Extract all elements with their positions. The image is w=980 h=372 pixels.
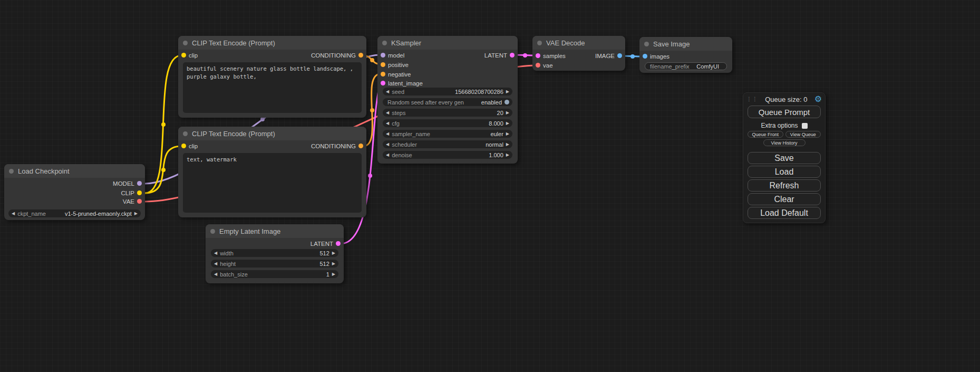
input-port-images[interactable]: images bbox=[643, 53, 669, 60]
conditioning-port-dot[interactable] bbox=[358, 144, 363, 148]
clip-port-dot[interactable] bbox=[137, 190, 142, 195]
increment-arrow-icon[interactable]: ▶ bbox=[506, 153, 509, 157]
settings-gear-icon[interactable]: ⚙ bbox=[814, 95, 822, 103]
collapse-dot-icon[interactable] bbox=[183, 131, 188, 136]
node-header[interactable]: KSampler bbox=[377, 36, 518, 50]
filename-prefix-widget[interactable]: filename_prefix ComfyUI bbox=[645, 62, 727, 70]
node-empty-latent-image[interactable]: Empty Latent Image LATENT ◀ width 512 ▶ … bbox=[206, 224, 344, 283]
output-port-conditioning[interactable]: CONDITIONING bbox=[311, 143, 363, 149]
steps-widget[interactable]: ◀ steps 20 ▶ bbox=[383, 109, 512, 117]
node-header[interactable]: CLIP Text Encode (Prompt) bbox=[178, 36, 366, 50]
batch-size-widget[interactable]: ◀ batch_size 1 ▶ bbox=[211, 270, 338, 278]
input-port-negative[interactable]: negative bbox=[381, 71, 411, 78]
toggle-dot-icon[interactable] bbox=[504, 100, 509, 104]
clip-port-dot[interactable] bbox=[181, 53, 186, 58]
collapse-dot-icon[interactable] bbox=[183, 41, 188, 45]
input-port-samples[interactable]: samples bbox=[536, 53, 566, 59]
node-save-image[interactable]: Save Image images filename_prefix ComfyU… bbox=[639, 37, 732, 73]
output-port-conditioning[interactable]: CONDITIONING bbox=[311, 52, 363, 59]
increment-arrow-icon[interactable]: ▶ bbox=[506, 132, 509, 136]
save-button[interactable]: Save bbox=[748, 152, 821, 164]
node-header[interactable]: VAE Decode bbox=[532, 36, 625, 50]
output-port-model[interactable]: MODEL bbox=[113, 180, 142, 187]
output-port-clip[interactable]: CLIP bbox=[121, 190, 142, 196]
node-header[interactable]: Empty Latent Image bbox=[206, 224, 344, 238]
seed-widget[interactable]: ◀ seed 156680208700286 ▶ bbox=[383, 88, 512, 96]
node-vae-decode[interactable]: VAE Decode samples IMAGE vae bbox=[532, 36, 625, 71]
vae-port-dot[interactable] bbox=[137, 199, 142, 204]
decrement-arrow-icon[interactable]: ◀ bbox=[12, 212, 15, 216]
increment-arrow-icon[interactable]: ▶ bbox=[332, 251, 335, 255]
collapse-dot-icon[interactable] bbox=[210, 229, 215, 234]
decrement-arrow-icon[interactable]: ◀ bbox=[386, 142, 389, 147]
increment-arrow-icon[interactable]: ▶ bbox=[506, 90, 509, 94]
output-port-vae[interactable]: VAE bbox=[123, 198, 142, 205]
decrement-arrow-icon[interactable]: ◀ bbox=[386, 132, 389, 136]
decrement-arrow-icon[interactable]: ◀ bbox=[386, 153, 389, 157]
decrement-arrow-icon[interactable]: ◀ bbox=[386, 90, 389, 94]
input-port-vae[interactable]: vae bbox=[536, 62, 553, 69]
increment-arrow-icon[interactable]: ▶ bbox=[134, 212, 138, 216]
prompt-textarea[interactable]: text, watermark bbox=[183, 153, 362, 213]
input-port-model[interactable]: model bbox=[381, 52, 404, 59]
drag-handle-icon[interactable]: ⋮⋮ bbox=[746, 97, 758, 102]
input-port-clip[interactable]: clip bbox=[181, 143, 198, 149]
clear-button[interactable]: Clear bbox=[748, 193, 821, 205]
decrement-arrow-icon[interactable]: ◀ bbox=[214, 272, 217, 276]
increment-arrow-icon[interactable]: ▶ bbox=[506, 111, 509, 115]
height-widget[interactable]: ◀ height 512 ▶ bbox=[211, 260, 338, 268]
increment-arrow-icon[interactable]: ▶ bbox=[506, 142, 509, 147]
node-header[interactable]: CLIP Text Encode (Prompt) bbox=[178, 127, 366, 140]
refresh-button[interactable]: Refresh bbox=[748, 179, 821, 192]
view-history-button[interactable]: View History bbox=[763, 139, 806, 146]
increment-arrow-icon[interactable]: ▶ bbox=[506, 121, 509, 126]
input-port-positive[interactable]: positive bbox=[381, 62, 409, 68]
model-port-dot[interactable] bbox=[381, 53, 385, 58]
extra-options-checkbox[interactable] bbox=[802, 123, 808, 129]
latent-port-dot[interactable] bbox=[336, 241, 341, 246]
latent-port-dot[interactable] bbox=[510, 53, 515, 58]
model-port-dot[interactable] bbox=[137, 181, 142, 186]
random-seed-toggle-widget[interactable]: Random seed after every gen enabled bbox=[383, 98, 512, 106]
width-widget[interactable]: ◀ width 512 ▶ bbox=[211, 249, 338, 257]
vae-port-dot[interactable] bbox=[536, 63, 540, 68]
load-button[interactable]: Load bbox=[748, 166, 821, 178]
latent-port-dot[interactable] bbox=[381, 81, 385, 85]
decrement-arrow-icon[interactable]: ◀ bbox=[386, 121, 389, 126]
output-port-latent[interactable]: LATENT bbox=[484, 52, 515, 59]
conditioning-port-dot[interactable] bbox=[358, 53, 363, 58]
node-clip-text-encode-positive[interactable]: CLIP Text Encode (Prompt) clip CONDITION… bbox=[178, 36, 366, 118]
decrement-arrow-icon[interactable]: ◀ bbox=[214, 251, 217, 255]
scheduler-widget[interactable]: ◀ scheduler normal ▶ bbox=[383, 140, 512, 148]
collapse-dot-icon[interactable] bbox=[382, 41, 387, 45]
view-queue-button[interactable]: View Queue bbox=[785, 131, 821, 138]
load-default-button[interactable]: Load Default bbox=[748, 207, 821, 219]
ckpt-name-widget[interactable]: ◀ ckpt_name v1-5-pruned-emaonly.ckpt ▶ bbox=[8, 209, 141, 217]
conditioning-port-dot[interactable] bbox=[381, 62, 385, 67]
sampler-name-widget[interactable]: ◀ sampler_name euler ▶ bbox=[383, 130, 512, 138]
increment-arrow-icon[interactable]: ▶ bbox=[332, 272, 335, 276]
latent-port-dot[interactable] bbox=[536, 53, 540, 58]
queue-prompt-button[interactable]: Queue Prompt bbox=[748, 106, 821, 118]
node-load-checkpoint[interactable]: Load Checkpoint MODEL CLIP VAE ◀ ckpt_na… bbox=[4, 164, 145, 220]
image-port-dot[interactable] bbox=[617, 53, 622, 58]
queue-front-button[interactable]: Queue Front bbox=[748, 131, 783, 138]
output-port-latent[interactable]: LATENT bbox=[311, 241, 341, 247]
collapse-dot-icon[interactable] bbox=[537, 41, 542, 45]
node-clip-text-encode-negative[interactable]: CLIP Text Encode (Prompt) clip CONDITION… bbox=[178, 127, 366, 217]
node-header[interactable]: Load Checkpoint bbox=[4, 164, 145, 178]
prompt-textarea[interactable]: beautiful scenery nature glass bottle la… bbox=[183, 62, 362, 113]
input-port-latent-image[interactable]: latent_image bbox=[381, 80, 423, 87]
clip-port-dot[interactable] bbox=[181, 144, 186, 148]
image-port-dot[interactable] bbox=[643, 54, 647, 59]
collapse-dot-icon[interactable] bbox=[9, 169, 14, 174]
denoise-widget[interactable]: ◀ denoise 1.000 ▶ bbox=[383, 151, 512, 159]
output-port-image[interactable]: IMAGE bbox=[595, 53, 622, 59]
decrement-arrow-icon[interactable]: ◀ bbox=[214, 262, 217, 266]
conditioning-port-dot[interactable] bbox=[381, 72, 385, 77]
node-graph-canvas[interactable]: Load Checkpoint MODEL CLIP VAE ◀ ckpt_na… bbox=[0, 0, 980, 372]
decrement-arrow-icon[interactable]: ◀ bbox=[386, 111, 389, 115]
node-header[interactable]: Save Image bbox=[639, 37, 732, 51]
input-port-clip[interactable]: clip bbox=[181, 52, 198, 59]
increment-arrow-icon[interactable]: ▶ bbox=[332, 262, 335, 266]
